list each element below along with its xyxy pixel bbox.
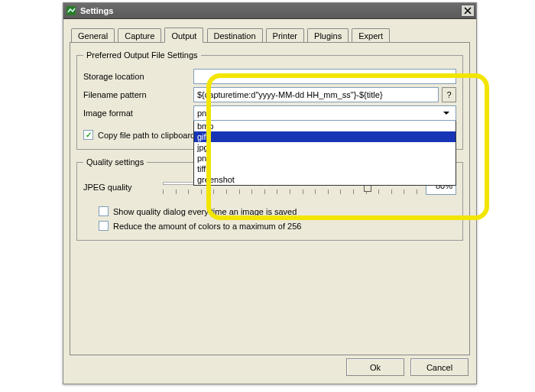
tab-printer[interactable]: Printer (266, 28, 304, 42)
row-image-format: Image format png bmp gif (83, 105, 456, 121)
app-icon (65, 5, 77, 17)
option-greenshot[interactable]: greenshot (194, 174, 456, 185)
row-reduce-colors: Reduce the amount of colors to a maximum… (99, 221, 456, 231)
client-area: General Capture Output Destination Print… (63, 19, 476, 361)
reduce-colors-label: Reduce the amount of colors to a maximum… (113, 222, 301, 231)
legend-file-settings: Preferred Output File Settings (83, 50, 201, 60)
dialog-footer: Ok Cancel (346, 358, 469, 376)
fieldset-file-settings: Preferred Output File Settings Storage l… (76, 50, 463, 150)
label-image-format: Image format (83, 109, 193, 118)
ok-button[interactable]: Ok (346, 358, 404, 376)
chevron-down-icon (440, 106, 452, 120)
copy-clipboard-checkbox[interactable] (83, 130, 93, 140)
image-format-dropdown[interactable]: bmp gif jpg png tiff greenshot (193, 121, 456, 186)
tab-output[interactable]: Output (164, 28, 203, 43)
option-jpg[interactable]: jpg (194, 142, 456, 153)
option-tiff[interactable]: tiff (194, 164, 456, 174)
filename-pattern-input[interactable] (193, 87, 439, 102)
label-filename: Filename pattern (83, 90, 193, 99)
storage-location-combo[interactable] (193, 69, 456, 84)
tab-expert[interactable]: Expert (352, 28, 390, 42)
show-dialog-checkbox[interactable] (99, 206, 109, 216)
show-dialog-label: Show quality dialog every time an image … (113, 207, 297, 216)
option-bmp[interactable]: bmp (194, 121, 456, 131)
legend-quality: Quality settings (83, 157, 147, 167)
filename-help-button[interactable]: ? (442, 87, 456, 102)
cancel-button[interactable]: Cancel (410, 358, 469, 376)
tab-panel-output: Preferred Output File Settings Storage l… (70, 42, 470, 355)
settings-window: Settings General Capture Output Destinat… (63, 2, 477, 384)
reduce-colors-checkbox[interactable] (99, 221, 109, 231)
image-format-selected: png (197, 109, 211, 118)
option-png[interactable]: png (194, 153, 456, 164)
row-storage: Storage location (83, 69, 456, 84)
window-title: Settings (80, 6, 461, 15)
chevron-down-icon (440, 70, 452, 83)
tab-capture[interactable]: Capture (118, 28, 161, 42)
row-show-dialog: Show quality dialog every time an image … (99, 206, 456, 216)
close-icon (464, 7, 472, 15)
row-filename: Filename pattern ? (83, 87, 456, 102)
tab-strip: General Capture Output Destination Print… (70, 27, 470, 42)
tab-general[interactable]: General (71, 28, 115, 42)
close-button[interactable] (461, 5, 475, 17)
image-format-combo[interactable]: png bmp gif jpg png tiff (193, 105, 456, 121)
option-gif[interactable]: gif (194, 131, 456, 142)
titlebar[interactable]: Settings (63, 3, 476, 19)
tab-plugins[interactable]: Plugins (307, 28, 349, 42)
label-jpeg-quality: JPEG quality (83, 183, 160, 192)
label-storage: Storage location (83, 72, 193, 81)
tab-destination[interactable]: Destination (207, 28, 263, 42)
